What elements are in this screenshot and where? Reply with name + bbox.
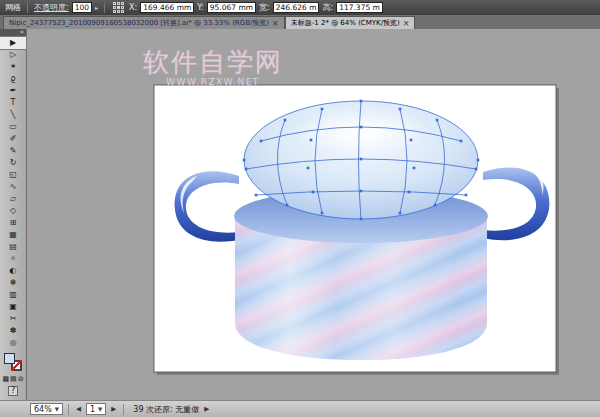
opacity-dropdown-icon[interactable]: ▸ bbox=[95, 4, 98, 11]
x-input[interactable]: 169.466 mm bbox=[140, 2, 194, 13]
tool-icon: ▣ bbox=[9, 301, 17, 313]
status-bar: 64% ▼ ◀ 1 ▼ ▶ 39 次还原: 无重做 ▶ bbox=[0, 400, 600, 417]
width-input[interactable]: 246.626 m bbox=[273, 2, 320, 13]
scale-tool[interactable]: ◱ bbox=[0, 169, 26, 181]
main-area: « ▶ ▷ ✶ ϱ ✒ T ╲ ▭ bbox=[0, 29, 600, 400]
double-arrow-icon: « bbox=[20, 28, 24, 36]
watermark: 软件自学网 WWW.RZXW.NET bbox=[143, 47, 283, 87]
chevron-down-icon: ▼ bbox=[98, 406, 102, 412]
zoom-value: 64% bbox=[34, 405, 52, 414]
zoom-tool[interactable]: ◎ bbox=[0, 337, 26, 349]
direct-selection-tool[interactable]: ▷ bbox=[0, 49, 26, 61]
eyedropper-tool[interactable]: ✧ bbox=[0, 253, 26, 265]
blend-tool[interactable]: ◐ bbox=[0, 265, 26, 277]
mesh-tool[interactable]: ▦ bbox=[0, 229, 26, 241]
history-status-text: 39 次还原: 无重做 bbox=[133, 404, 199, 415]
perspective-grid-tool[interactable]: ⊞ bbox=[0, 217, 26, 229]
status-popup-button[interactable]: ▶ bbox=[202, 405, 211, 413]
tool-icon: ▦ bbox=[9, 229, 17, 241]
tab-close-icon[interactable]: × bbox=[403, 19, 410, 28]
next-artboard-button[interactable]: ▶ bbox=[109, 405, 118, 413]
width-label: 宽: bbox=[259, 2, 270, 13]
opacity-input[interactable]: 100 bbox=[72, 2, 92, 13]
tool-icon: ▭ bbox=[9, 121, 17, 133]
paintbrush-tool[interactable]: ✐ bbox=[0, 133, 26, 145]
divider bbox=[104, 3, 105, 13]
artboard-tool[interactable]: ▣ bbox=[0, 301, 26, 313]
color-swatches bbox=[0, 351, 26, 373]
toolbar-collapse-button[interactable]: « bbox=[0, 29, 26, 37]
tool-icon: ▥ bbox=[9, 289, 17, 301]
tool-icon: ✐ bbox=[10, 133, 17, 145]
document-canvas[interactable]: 软件自学网 WWW.RZXW.NET bbox=[27, 29, 599, 400]
tab-close-icon[interactable]: × bbox=[272, 19, 279, 28]
color-mode-button[interactable]: ▩ bbox=[2, 375, 9, 383]
tab-label: 未标题-1 2* @ 64% (CMYK/预览) bbox=[291, 18, 400, 28]
tool-icon: ↻ bbox=[10, 157, 17, 169]
type-tool[interactable]: T bbox=[0, 97, 26, 109]
divider bbox=[27, 3, 28, 13]
lid-specular-highlight bbox=[293, 110, 429, 154]
artboard-number-value: 1 bbox=[90, 405, 95, 414]
tool-icon: ▶ bbox=[10, 37, 16, 49]
options-bar: 网格 不透明度: 100 ▸ X: 169.466 mm Y: 95.067 m… bbox=[0, 0, 600, 15]
rotate-tool[interactable]: ↻ bbox=[0, 157, 26, 169]
y-label: Y: bbox=[197, 3, 204, 12]
selection-tool[interactable]: ▶ bbox=[0, 37, 26, 49]
tool-icon: ϱ bbox=[10, 73, 15, 85]
fill-color-swatch[interactable] bbox=[4, 353, 15, 364]
hand-tool[interactable]: ✽ bbox=[0, 325, 26, 337]
height-input[interactable]: 117.375 m bbox=[336, 2, 383, 13]
tools-panel: « ▶ ▷ ✶ ϱ ✒ T ╲ ▭ bbox=[0, 29, 27, 400]
paint-mode-buttons: ▩ ▤ ⊘ bbox=[0, 373, 26, 385]
lasso-tool[interactable]: ϱ bbox=[0, 73, 26, 85]
shape-builder-tool[interactable]: ◇ bbox=[0, 205, 26, 217]
divider bbox=[123, 404, 124, 415]
tool-icon: ◎ bbox=[10, 337, 17, 349]
tool-icon: ╲ bbox=[11, 109, 16, 121]
tool-icon: ◇ bbox=[10, 205, 16, 217]
tool-icon: ✶ bbox=[10, 61, 17, 73]
tool-icon: ✽ bbox=[10, 325, 17, 337]
tab-bar: Nipic_24377523_20100909160538032000 [转换]… bbox=[0, 15, 600, 29]
pencil-tool[interactable]: ✎ bbox=[0, 145, 26, 157]
pen-tool[interactable]: ✒ bbox=[0, 85, 26, 97]
tool-icon: ◐ bbox=[10, 265, 17, 277]
zoom-control[interactable]: 64% ▼ bbox=[30, 403, 63, 415]
slice-tool[interactable]: ✂ bbox=[0, 313, 26, 325]
height-label: 高: bbox=[322, 2, 333, 13]
prev-artboard-button[interactable]: ◀ bbox=[74, 405, 83, 413]
question-icon: ? bbox=[8, 386, 18, 396]
free-transform-tool[interactable]: ▱ bbox=[0, 193, 26, 205]
none-mode-button[interactable]: ⊘ bbox=[18, 375, 24, 383]
divider bbox=[68, 404, 69, 415]
width-tool[interactable]: ∿ bbox=[0, 181, 26, 193]
help-button[interactable]: ? bbox=[0, 385, 26, 397]
y-input[interactable]: 95.067 mm bbox=[207, 2, 256, 13]
tool-list: ▶ ▷ ✶ ϱ ✒ T ╲ ▭ ✐ ✎ bbox=[0, 37, 26, 349]
watermark-text-line1: 软件自学网 bbox=[143, 47, 283, 77]
tool-icon: ◱ bbox=[9, 169, 17, 181]
canvas-area[interactable]: 软件自学网 WWW.RZXW.NET bbox=[27, 29, 600, 400]
gradient-mode-button[interactable]: ▤ bbox=[10, 375, 17, 383]
tool-icon: ⊞ bbox=[10, 217, 17, 229]
tool-icon: T bbox=[11, 97, 16, 109]
magic-wand-tool[interactable]: ✶ bbox=[0, 61, 26, 73]
tool-icon: ∿ bbox=[10, 181, 17, 193]
document-tab[interactable]: 未标题-1 2* @ 64% (CMYK/预览) × bbox=[285, 16, 416, 29]
chevron-down-icon: ▼ bbox=[55, 406, 59, 412]
tool-icon: ✎ bbox=[10, 145, 17, 157]
gradient-tool[interactable]: ▤ bbox=[0, 241, 26, 253]
rectangle-tool[interactable]: ▭ bbox=[0, 121, 26, 133]
document-tab[interactable]: Nipic_24377523_20100909160538032000 [转换]… bbox=[3, 16, 285, 29]
tool-icon: ✧ bbox=[10, 253, 17, 265]
column-graph-tool[interactable]: ▥ bbox=[0, 289, 26, 301]
symbol-sprayer-tool[interactable]: ❋ bbox=[0, 277, 26, 289]
line-segment-tool[interactable]: ╲ bbox=[0, 109, 26, 121]
selection-type-label: 网格 bbox=[5, 2, 21, 13]
opacity-label[interactable]: 不透明度: bbox=[34, 2, 69, 13]
illustrator-window: 网格 不透明度: 100 ▸ X: 169.466 mm Y: 95.067 m… bbox=[0, 0, 600, 417]
artboard-number-control[interactable]: 1 ▼ bbox=[86, 403, 106, 415]
tool-icon: ▱ bbox=[10, 193, 16, 205]
reference-point-icon[interactable] bbox=[113, 2, 124, 13]
